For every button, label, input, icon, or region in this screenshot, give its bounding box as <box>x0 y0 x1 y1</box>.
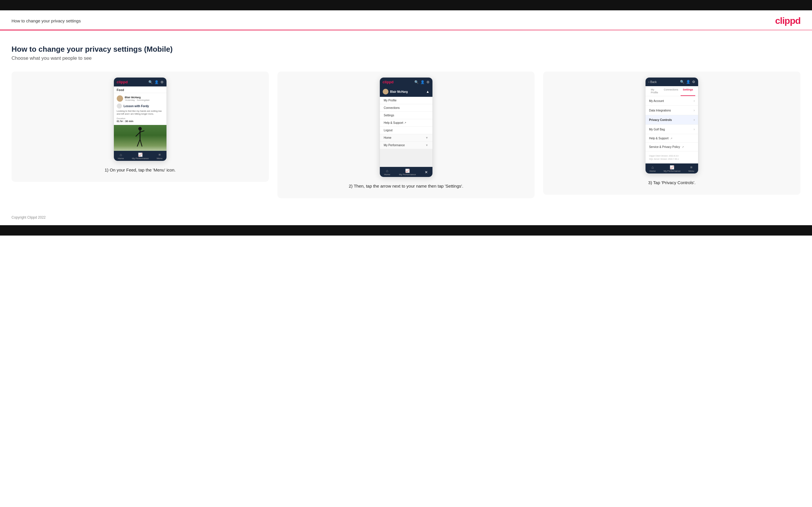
settings-icon: ⚙ <box>160 80 164 84</box>
feed-lesson-title: Lesson with Fordy <box>123 105 149 108</box>
home-icon: ⌂ <box>119 153 122 157</box>
page-heading: How to change your privacy settings (Mob… <box>11 45 801 54</box>
myaccount-chevron: › <box>694 99 695 103</box>
settings-item-privacycontrols[interactable]: Privacy Controls › <box>646 115 698 125</box>
step-1-phone: clippd 🔍 👤 ⚙ Feed Blair McHarg <box>113 77 167 161</box>
step-3-card: ‹ Back 🔍 👤 ⚙ My Profile Connections Sett… <box>543 71 801 195</box>
step3-bottom-performance-label: My Performance <box>664 170 680 172</box>
menu-home-chevron: ▼ <box>425 136 428 139</box>
version-line1: Clippd Client Version: 2022.8.3-3 <box>649 154 695 157</box>
menu-item-myprofile: My Profile <box>380 97 433 104</box>
feed-avatar <box>117 95 123 102</box>
settings-list: My Account › Data Integrations › Privacy… <box>646 96 698 163</box>
menu-item-logout-label: Logout <box>384 129 393 132</box>
step2-bottom-performance-label: My Performance <box>399 173 416 176</box>
tab-connections[interactable]: Connections <box>662 86 680 96</box>
settings-item-helpsupport: Help & Support ↗ <box>646 134 698 143</box>
privacycontrols-chevron: › <box>694 118 695 122</box>
menu-section-home: Home ▼ <box>380 134 433 142</box>
bottom-performance: 📈 My Performance <box>132 153 149 160</box>
step3-performance-icon: 📈 <box>670 165 674 169</box>
profile-icon: 👤 <box>154 80 159 84</box>
menu-item-connections: Connections <box>380 104 433 112</box>
step-3-phone: ‹ Back 🔍 👤 ⚙ My Profile Connections Sett… <box>645 77 699 174</box>
tab-my-profile[interactable]: My Profile <box>648 86 661 96</box>
step-2-card: clippd 🔍 👤 ⚙ Blair McHarg <box>277 71 535 198</box>
copyright: Copyright Clippd 2022 <box>11 215 46 219</box>
step3-profile-icon: 👤 <box>686 80 691 84</box>
golfer-silhouette <box>133 126 147 149</box>
step3-phone-bottom: ⌂ Home 📈 My Performance ≡ Menu <box>646 163 698 173</box>
version-info: Clippd Client Version: 2022.8.3-3 GQL Se… <box>646 151 698 163</box>
step3-bottom-menu-label: Menu <box>689 170 694 172</box>
step2-bottom-home-label: Home <box>384 173 390 176</box>
search-icon: 🔍 <box>148 80 153 84</box>
header-title: How to change your privacy settings <box>11 18 81 23</box>
step2-bottom-close: ✕ <box>425 170 428 174</box>
step-2-description: 2) Then, tap the arrow next to your name… <box>349 183 463 189</box>
menu-section-home-label: Home <box>384 136 392 139</box>
bottom-menu: ≡ Menu <box>157 153 162 160</box>
feed-lesson-icon <box>117 103 122 109</box>
footer: Copyright Clippd 2022 <box>0 210 812 225</box>
step2-bottom-home: ⌂ Home <box>384 169 390 176</box>
menu-user-info: Blair McHarg <box>383 89 408 95</box>
feed-duration-value: 01 hr : 30 min <box>117 120 164 123</box>
close-icon: ✕ <box>425 170 428 174</box>
step3-nav-icons: 🔍 👤 ⚙ <box>680 80 695 84</box>
step3-settings-icon: ⚙ <box>692 80 695 84</box>
svg-point-0 <box>138 127 142 130</box>
feed-description: Looking to feel like my hands are exitin… <box>117 110 164 116</box>
settings-item-dataintegrations: Data Integrations › <box>646 106 698 115</box>
settings-item-mygolfbag-label: My Golf Bag <box>649 128 665 131</box>
step1-nav-icons: 🔍 👤 ⚙ <box>148 80 164 84</box>
feed-image <box>114 125 166 151</box>
menu-item-myprofile-label: My Profile <box>384 99 397 102</box>
menu-user-row: Blair McHarg ▲ <box>380 87 433 97</box>
feed-tab: Feed <box>114 87 166 93</box>
menu-item-helpsupport: Help & Support ↗ <box>380 119 433 127</box>
step1-phone-bottom: ⌂ Home 📈 My Performance ≡ Menu <box>114 151 166 161</box>
feed-post: Blair McHarg Yesterday · Sunningdale Les… <box>114 93 166 125</box>
svg-line-5 <box>140 139 142 147</box>
page-subheading: Choose what you want people to see <box>11 55 801 61</box>
step3-bottom-performance: 📈 My Performance <box>664 165 680 172</box>
step2-settings-icon: ⚙ <box>426 80 429 84</box>
menu-overlay: Blair McHarg ▲ My Profile Connections <box>380 87 433 149</box>
feed-post-header: Blair McHarg Yesterday · Sunningdale <box>117 95 164 102</box>
menu-item-settings: Settings <box>380 112 433 119</box>
svg-line-4 <box>137 139 140 147</box>
menu-user-avatar <box>383 89 389 95</box>
step-2-phone: clippd 🔍 👤 ⚙ Blair McHarg <box>379 77 433 177</box>
svg-line-2 <box>136 132 140 136</box>
menu-section-performance: My Performance ▼ <box>380 142 433 149</box>
menu-item-logout: Logout <box>380 127 433 134</box>
step2-phone-content: Blair McHarg ▲ My Profile Connections <box>380 87 433 167</box>
step2-bottom-performance: 📈 My Performance <box>399 169 416 176</box>
header-divider <box>0 30 812 31</box>
feed-lesson-row: Lesson with Fordy <box>117 103 164 109</box>
step3-bottom-menu: ≡ Menu <box>689 165 694 172</box>
feed-duration-label: Duration <box>117 117 164 120</box>
step2-search-icon: 🔍 <box>414 80 419 84</box>
step-1-card: clippd 🔍 👤 ⚙ Feed Blair McHarg <box>11 71 269 182</box>
bottom-home: ⌂ Home <box>118 153 124 160</box>
menu-section-performance-label: My Performance <box>384 144 405 147</box>
menu-username: Blair McHarg <box>390 90 408 93</box>
top-bar <box>0 0 812 10</box>
step2-nav-icons: 🔍 👤 ⚙ <box>414 80 429 84</box>
settings-tabs: My Profile Connections Settings <box>646 86 698 96</box>
step2-home-icon: ⌂ <box>386 169 389 173</box>
settings-item-myaccount: My Account › <box>646 96 698 106</box>
feed-meta: Yesterday · Sunningdale <box>125 99 150 101</box>
version-line2: GQL Server Version: 2022.7.30-1 <box>649 157 695 161</box>
step3-bottom-home-label: Home <box>650 170 656 172</box>
steps-container: clippd 🔍 👤 ⚙ Feed Blair McHarg <box>11 71 801 198</box>
svg-line-3 <box>140 131 144 132</box>
menu-item-connections-label: Connections <box>384 106 400 109</box>
mygolfbag-chevron: › <box>694 127 695 131</box>
step3-phone-nav: ‹ Back 🔍 👤 ⚙ <box>646 77 698 86</box>
step3-search-icon: 🔍 <box>680 80 684 84</box>
tab-settings[interactable]: Settings <box>680 86 696 96</box>
step3-bottom-home: ⌂ Home <box>650 165 656 172</box>
